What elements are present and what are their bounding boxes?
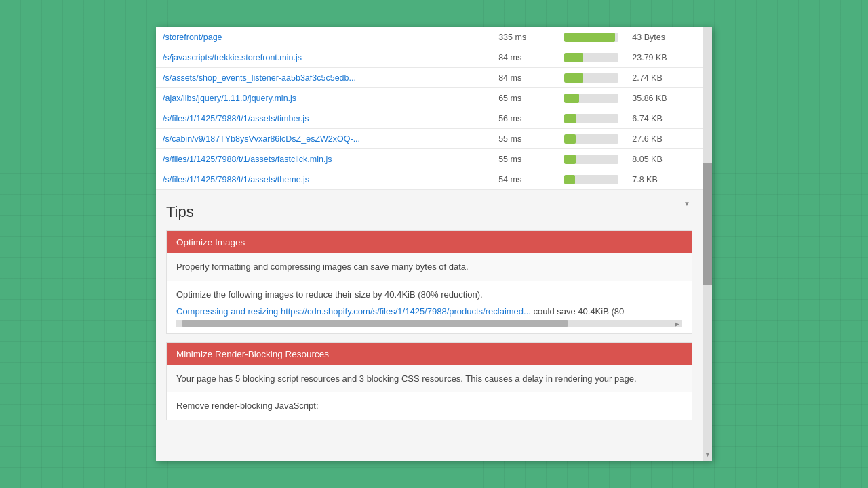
bar-container [564,94,618,103]
table-row: /s/files/1/1425/7988/t/1/assets/timber.j… [156,108,703,129]
table-row: /storefront/page 335 ms 43 Bytes [156,27,703,47]
resource-link[interactable]: /s/files/1/1425/7988/t/1/assets/fastclic… [163,155,332,164]
bar-cell [557,169,625,190]
bar-container [564,155,618,164]
time-cell: 84 ms [492,47,557,68]
tip-body-render-blocking: Your page has 5 blocking script resource… [167,365,692,392]
content-area: /storefront/page 335 ms 43 Bytes /s/java… [156,27,703,461]
resource-table: /storefront/page 335 ms 43 Bytes /s/java… [156,27,703,190]
resource-link[interactable]: /s/javascripts/trekkie.storefront.min.js [163,53,302,62]
time-cell: 54 ms [492,169,557,190]
bar-container [564,175,618,184]
bar-cell [557,149,625,169]
tip-detail-render-blocking: Remove render-blocking JavaScript: [167,392,692,420]
main-panel: /storefront/page 335 ms 43 Bytes /s/java… [156,27,712,461]
vertical-scrollbar-thumb[interactable] [703,163,712,285]
tip-detail-link-line: Compressing and resizing https://cdn.sho… [176,305,682,319]
tip-cdn-link[interactable]: Compressing and resizing https://cdn.sho… [176,306,534,317]
bar-container [564,134,618,144]
bar-fill [564,134,576,144]
resource-link[interactable]: /s/cabin/v9/187TYb8ysVvxar86lcDsZ_esZW2x… [163,134,360,144]
table-row: /s/files/1/1425/7988/t/1/assets/theme.js… [156,169,703,190]
tips-heading: Tips [166,203,692,221]
scroll-down-arrow: ▼ [684,200,690,207]
time-cell: 65 ms [492,88,557,108]
bar-fill [564,73,583,83]
bar-cell [557,68,625,88]
table-row: /s/cabin/v9/187TYb8ysVvxar86lcDsZ_esZW2x… [156,129,703,149]
bar-fill [564,53,583,62]
resource-link[interactable]: /s/files/1/1425/7988/t/1/assets/theme.js [163,175,309,184]
bar-container [564,53,618,62]
bar-fill [564,33,615,42]
tip-card-render-blocking: Minimize Render-Blocking Resources Your … [166,342,692,420]
table-row: /s/assets/shop_events_listener-aa5b3af3c… [156,68,703,88]
tip-detail-text: Optimize the following images to reduce … [176,288,682,302]
horizontal-scrollbar-track[interactable]: ▶ [176,320,682,327]
time-cell: 55 ms [492,129,557,149]
time-cell: 56 ms [492,108,557,129]
bar-cell [557,108,625,129]
tip-detail-optimize-images: Optimize the following images to reduce … [167,281,692,333]
tip-header-render-blocking: Minimize Render-Blocking Resources [167,343,692,365]
size-cell: 2.74 KB [625,68,703,88]
time-cell: 55 ms [492,149,557,169]
bar-fill [564,94,579,103]
bar-cell [557,88,625,108]
tip-card-optimize-images: Optimize Images Properly formatting and … [166,230,692,334]
table-row: /ajax/libs/jquery/1.11.0/jquery.min.js 6… [156,88,703,108]
bar-container [564,73,618,83]
size-cell: 23.79 KB [625,47,703,68]
size-cell: 35.86 KB [625,88,703,108]
table-row: /s/files/1/1425/7988/t/1/assets/fastclic… [156,149,703,169]
resource-link[interactable]: /s/files/1/1425/7988/t/1/assets/timber.j… [163,114,309,123]
bar-cell [557,47,625,68]
bar-cell [557,27,625,47]
bar-fill [564,175,575,184]
resource-link[interactable]: /storefront/page [163,33,222,42]
horizontal-scrollbar-thumb [182,320,568,327]
tip-header-optimize-images: Optimize Images [167,231,692,253]
vertical-scrollbar-track[interactable]: ▼ [703,27,712,461]
size-cell: 43 Bytes [625,27,703,47]
size-cell: 7.8 KB [625,169,703,190]
bar-fill [564,114,576,123]
bar-fill [564,155,576,164]
size-cell: 8.05 KB [625,149,703,169]
resource-link[interactable]: /ajax/libs/jquery/1.11.0/jquery.min.js [163,94,296,103]
size-cell: 6.74 KB [625,108,703,129]
time-cell: 335 ms [492,27,557,47]
tip-body-optimize-images: Properly formatting and compressing imag… [167,253,692,281]
table-row: /s/javascripts/trekkie.storefront.min.js… [156,47,703,68]
resource-link[interactable]: /s/assets/shop_events_listener-aa5b3af3c… [163,73,356,83]
size-cell: 27.6 KB [625,129,703,149]
bar-cell [557,129,625,149]
bar-container [564,33,618,42]
right-scroll-arrow: ▶ [675,320,679,329]
tips-section: Tips Optimize Images Properly formatting… [156,190,703,435]
bar-container [564,114,618,123]
time-cell: 84 ms [492,68,557,88]
scrollbar-down-arrow: ▼ [705,451,711,458]
